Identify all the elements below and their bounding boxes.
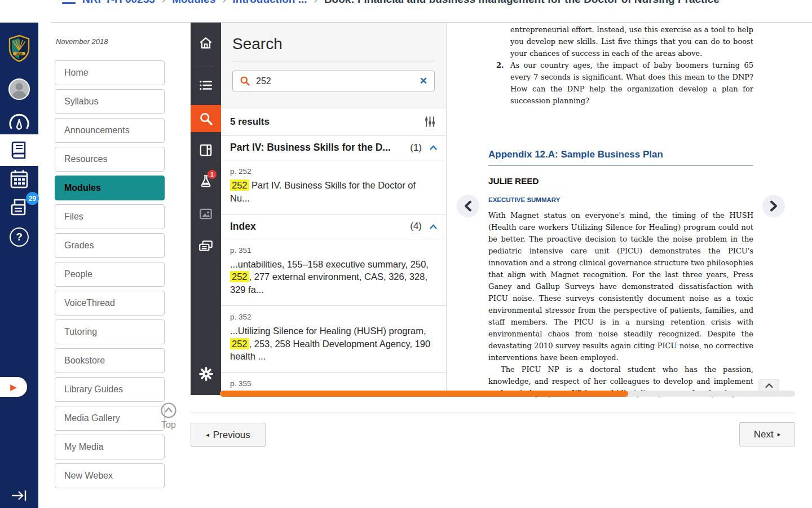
- labs-badge: 1: [208, 170, 217, 179]
- breadcrumb-module-link[interactable]: Introduction ...: [233, 0, 307, 6]
- previous-page-button[interactable]: [457, 195, 479, 217]
- result-page-number: p. 352: [230, 313, 437, 321]
- account-nav-item[interactable]: [0, 77, 38, 102]
- expand-nav-button[interactable]: [0, 484, 38, 507]
- reader-home-button[interactable]: [191, 29, 221, 56]
- sidebar-item-resources[interactable]: Resources: [55, 147, 165, 172]
- calendar-icon: [9, 168, 29, 190]
- search-result-row[interactable]: p. 351 ...untabilities, 155–158 executiv…: [221, 239, 446, 306]
- result-group-part-iv[interactable]: Part IV: Business Skills for the D... (1…: [221, 135, 446, 160]
- collapse-reader-button[interactable]: [758, 379, 779, 391]
- search-result-row[interactable]: p. 352 ...Utilizing Silence for Healing …: [221, 306, 446, 373]
- reader-figures-button[interactable]: [191, 200, 221, 227]
- sidebar-item-files[interactable]: Files: [55, 204, 165, 229]
- result-snippet: 252 Part IV. Business Skills for the Doc…: [230, 179, 437, 205]
- sidebar-item-home[interactable]: Home: [55, 60, 165, 85]
- sidebar-item-announcements[interactable]: Announcements: [55, 118, 165, 143]
- calendar-nav-item[interactable]: [0, 167, 38, 191]
- course-nav: November 2018 Home Syllabus Announcement…: [55, 37, 165, 492]
- gear-icon: [198, 366, 214, 382]
- list-number: 2.: [496, 59, 504, 71]
- list-text: As our country ages, the impact of baby …: [510, 61, 753, 105]
- avatar: [8, 78, 30, 100]
- next-page-button[interactable]: [762, 195, 785, 217]
- sidebar-item-tutoring[interactable]: Tutoring: [55, 319, 165, 344]
- school-logo[interactable]: 1889: [0, 33, 38, 64]
- reader-toc-button[interactable]: [191, 72, 221, 99]
- breadcrumb-current-page: Book: Financial and business management …: [324, 0, 720, 6]
- author-name: JULIE REED: [488, 174, 753, 188]
- shield-logo-icon: 1889: [7, 34, 31, 63]
- search-field[interactable]: ✕: [232, 71, 435, 91]
- dashboard-nav-item[interactable]: [0, 110, 38, 133]
- chevron-up-icon: [765, 383, 773, 388]
- result-page-number: p. 355: [230, 379, 437, 388]
- sidebar-item-people[interactable]: People: [55, 262, 165, 287]
- breadcrumb-modules-link[interactable]: Modules: [172, 0, 215, 6]
- sidebar-item-voicethread[interactable]: VoiceThread: [55, 291, 165, 316]
- play-icon: ▶: [10, 382, 17, 392]
- expand-arrow-icon: [11, 489, 28, 502]
- search-result-row[interactable]: p. 252 252 Part IV. Business Skills for …: [221, 160, 446, 214]
- right-triangle-icon: ▸: [778, 431, 781, 438]
- courses-book-icon: [9, 140, 29, 160]
- highlight-match: 252: [230, 271, 249, 282]
- ebook-reader: 1: [191, 23, 795, 397]
- reading-progress-fill: [220, 391, 628, 397]
- result-group-index[interactable]: Index (4): [221, 214, 446, 239]
- reading-progress-bar[interactable]: [220, 391, 795, 397]
- search-results-list: Part IV: Business Skills for the D... (1…: [221, 135, 446, 397]
- sidebar-item-grades[interactable]: Grades: [55, 233, 165, 258]
- inbox-nav-item[interactable]: 29: [0, 195, 38, 220]
- reader-toolbar: 1: [191, 23, 221, 395]
- reader-search-button-active[interactable]: [191, 105, 221, 132]
- reader-flashcards-button[interactable]: [191, 233, 221, 260]
- screen: NRPT-H 00253 › Modules › Introduction ..…: [0, 0, 812, 508]
- book-page: entrepreneurial effort. Instead, use thi…: [488, 24, 753, 397]
- sidebar-item-new-webex[interactable]: New Webex: [55, 463, 165, 488]
- sidebar-item-syllabus[interactable]: Syllabus: [55, 89, 165, 114]
- reader-notebook-button[interactable]: [191, 137, 221, 164]
- filter-sliders-icon[interactable]: [424, 116, 436, 128]
- reader-labs-button[interactable]: 1: [191, 168, 221, 195]
- term-label: November 2018: [56, 37, 165, 46]
- previous-module-item-button[interactable]: ◂ Previous: [191, 423, 266, 447]
- highlight-match: 252: [230, 179, 249, 191]
- menu-icon[interactable]: [62, 0, 76, 6]
- media-play-tab[interactable]: ▶: [0, 377, 27, 397]
- result-page-number: p. 252: [230, 167, 437, 176]
- toolbar-divider: [198, 67, 214, 67]
- next-module-item-button[interactable]: Next ▸: [739, 422, 795, 446]
- chevron-left-icon: [464, 200, 473, 212]
- circle-arrow-up-icon: [160, 402, 177, 419]
- sidebar-item-modules-active[interactable]: Modules: [55, 176, 165, 200]
- sidebar-item-library-guides[interactable]: Library Guides: [55, 377, 165, 402]
- sidebar-item-media-gallery[interactable]: Media Gallery: [55, 406, 165, 431]
- table-of-contents-icon: [198, 78, 213, 93]
- home-icon: [198, 36, 213, 50]
- breadcrumb: NRPT-H 00253 › Modules › Introduction ..…: [51, 0, 812, 23]
- dashboard-gauge-icon: [8, 112, 30, 131]
- sidebar-item-bookstore[interactable]: Bookstore: [55, 348, 165, 373]
- help-nav-item[interactable]: ?: [0, 226, 38, 248]
- search-panel-title: Search: [221, 23, 446, 53]
- clear-search-icon[interactable]: ✕: [420, 76, 427, 86]
- search-panel: Search ✕ 5 results: [221, 23, 447, 397]
- reader-settings-button[interactable]: [191, 360, 221, 387]
- search-input[interactable]: [256, 76, 414, 86]
- sidebar-item-my-media[interactable]: My Media: [55, 435, 165, 459]
- courses-nav-item-active[interactable]: [0, 134, 38, 166]
- chevron-up-icon[interactable]: [430, 224, 437, 229]
- search-input-icon: [240, 76, 250, 86]
- scroll-top-button[interactable]: Top: [157, 402, 180, 430]
- chevron-up-icon[interactable]: [430, 145, 437, 150]
- section-subheading: EXECUTIVE SUMMARY: [488, 195, 753, 205]
- search-icon: [198, 111, 214, 126]
- results-count: 5 results: [230, 116, 270, 128]
- image-icon: [198, 207, 213, 221]
- notebook-icon: [198, 143, 213, 157]
- flashcards-icon: [198, 239, 214, 253]
- result-snippet: ...untabilities, 155–158 executive summa…: [230, 258, 437, 296]
- breadcrumb-course-link[interactable]: NRPT-H 00253: [82, 0, 155, 6]
- book-paragraph: With Magnet status on everyone's mind, t…: [488, 209, 753, 364]
